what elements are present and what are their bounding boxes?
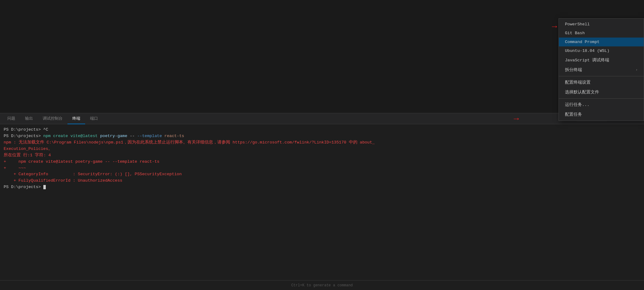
terminal-panel: 问题 输出 调试控制台 终端 端口 + ∨ ⬡ powershell ⊞ 🗑 .…	[0, 113, 644, 290]
terminal-line-6: + npm create vite@latest poetry-game -- …	[4, 159, 640, 165]
menu-item-powershell[interactable]: PowerShell	[559, 20, 644, 29]
arrow-indicator-2: →	[514, 114, 519, 124]
terminal-line-8: + CategoryInfo : SecurityError: (:) [], …	[4, 171, 640, 178]
tab-debug-console[interactable]: 调试控制台	[38, 113, 67, 124]
submenu-arrow-icon: ›	[635, 68, 638, 72]
terminal-line-9: + FullyQualifiedErrorId : UnauthorizedAc…	[4, 178, 640, 184]
tab-problems[interactable]: 问题	[2, 113, 20, 124]
terminal-line-10: PS D:\projects>	[4, 184, 640, 190]
tab-terminal[interactable]: 终端	[67, 113, 85, 124]
tab-output[interactable]: 输出	[20, 113, 38, 124]
terminal-line-7: + ~~~	[4, 165, 640, 172]
menu-separator-2	[559, 98, 644, 99]
menu-item-git-bash[interactable]: Git Bash	[559, 29, 644, 38]
terminal-line-2: PS D:\projects> npm create vite@latest p…	[4, 133, 640, 140]
menu-item-run-task[interactable]: 运行任务...	[559, 100, 644, 110]
menu-item-ubuntu-wsl[interactable]: Ubuntu-18.04 (WSL)	[559, 46, 644, 55]
menu-item-js-debug[interactable]: JavaScript 调试终端	[559, 55, 644, 65]
terminal-tab-bar: 问题 输出 调试控制台 终端 端口 + ∨ ⬡ powershell ⊞ 🗑 .…	[0, 113, 644, 124]
menu-item-command-prompt[interactable]: Command Prompt	[559, 38, 644, 46]
terminal-line-5: 所在位置 行:1 字符: 4	[4, 152, 640, 159]
terminal-status-bar: Ctrl+K to generate a command	[0, 280, 644, 290]
keyboard-hint: Ctrl+K to generate a command	[291, 283, 353, 288]
terminal-line-4: Execution_Policies。	[4, 146, 640, 152]
menu-item-select-default-profile[interactable]: 选择默认配置文件	[559, 87, 644, 97]
terminal-line-1: PS D:\projects> ^C	[4, 127, 640, 133]
tab-ports[interactable]: 端口	[85, 113, 103, 124]
arrow-indicator-1: →	[552, 22, 557, 31]
terminal-line-3: npm : 无法加载文件 C:\Program Files\nodejs\npm…	[4, 140, 640, 146]
terminal-dropdown-menu: PowerShell Git Bash Command Prompt Ubunt…	[559, 18, 644, 121]
menu-separator-1	[559, 76, 644, 76]
menu-item-configure-terminal[interactable]: 配置终端设置	[559, 78, 644, 87]
menu-item-split-terminal[interactable]: 拆分终端 ›	[559, 65, 644, 75]
terminal-output[interactable]: PS D:\projects> ^C PS D:\projects> npm c…	[0, 124, 644, 280]
editor-area	[0, 0, 644, 113]
menu-item-configure-task[interactable]: 配置任务	[559, 110, 644, 119]
